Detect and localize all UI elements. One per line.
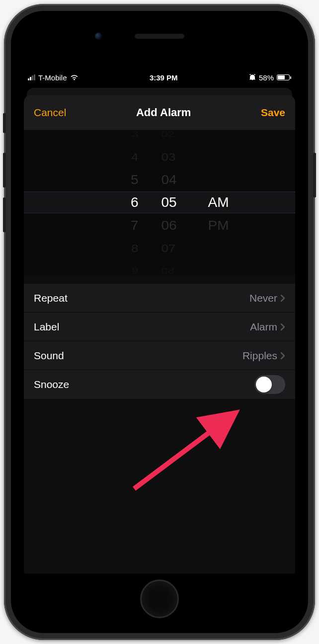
col-min-option[interactable]: 03 <box>159 147 193 166</box>
sound-value: Ripples <box>242 350 277 362</box>
phone-bezel: T-Mobile 3:39 PM 58% <box>11 11 308 633</box>
sheet-header: Cancel Add Alarm Save <box>24 95 295 130</box>
col-hour-option[interactable]: 9 <box>109 263 144 279</box>
add-alarm-sheet: Cancel Add Alarm Save 3456789 0203040506… <box>24 95 295 574</box>
chevron-right-icon <box>280 352 285 360</box>
ampm-picker-column[interactable]: AMPM <box>208 130 243 275</box>
cellular-signal-icon <box>28 74 35 80</box>
earpiece-speaker <box>135 34 184 39</box>
repeat-value: Never <box>249 292 277 304</box>
front-camera <box>95 33 102 40</box>
snooze-label: Snooze <box>34 379 69 390</box>
status-time: 3:39 PM <box>150 73 178 82</box>
sound-row[interactable]: Sound Ripples <box>24 341 295 370</box>
carrier-label: T-Mobile <box>38 73 67 82</box>
col-hour-option[interactable]: 3 <box>109 126 144 142</box>
col-min-option[interactable]: 06 <box>159 214 193 236</box>
power-button <box>313 153 316 197</box>
top-hardware <box>135 34 184 39</box>
hour-picker-column[interactable]: 3456789 <box>109 130 144 275</box>
col-min-option[interactable]: 08 <box>159 263 193 279</box>
time-picker[interactable]: 3456789 02030405060708 AMPM <box>24 130 295 275</box>
cancel-button[interactable]: Cancel <box>34 107 66 119</box>
battery-icon <box>277 74 291 80</box>
volume-up-button <box>3 153 6 188</box>
chevron-right-icon <box>280 323 285 331</box>
minute-picker-column[interactable]: 02030405060708 <box>159 130 193 275</box>
volume-down-button <box>3 197 6 232</box>
status-bar: T-Mobile 3:39 PM 58% <box>24 70 295 84</box>
sheet-title: Add Alarm <box>136 106 191 119</box>
label-label: Label <box>34 321 59 333</box>
battery-percent: 58% <box>259 73 274 82</box>
col-hour-option[interactable]: 5 <box>109 169 144 191</box>
label-value: Alarm <box>250 321 277 333</box>
repeat-row[interactable]: Repeat Never <box>24 284 295 313</box>
chevron-right-icon <box>280 294 285 302</box>
col-ampm-option[interactable]: AM <box>208 191 243 214</box>
sound-label: Sound <box>34 350 64 362</box>
snooze-row: Snooze <box>24 370 295 399</box>
screen: T-Mobile 3:39 PM 58% <box>24 70 295 574</box>
alarm-icon <box>249 74 256 81</box>
wifi-icon <box>70 74 79 81</box>
col-hour-option[interactable]: 6 <box>109 191 144 214</box>
col-min-option[interactable]: 05 <box>159 191 193 214</box>
col-hour-option[interactable]: 8 <box>109 238 144 258</box>
col-min-option[interactable]: 07 <box>159 238 193 258</box>
mute-switch <box>3 113 6 133</box>
snooze-toggle[interactable] <box>254 375 285 394</box>
home-button[interactable] <box>140 580 179 618</box>
col-hour-option[interactable]: 4 <box>109 147 144 166</box>
label-row[interactable]: Label Alarm <box>24 313 295 341</box>
col-min-option[interactable]: 02 <box>159 126 193 142</box>
col-ampm-option[interactable]: PM <box>208 214 243 236</box>
save-button[interactable]: Save <box>261 107 285 119</box>
col-hour-option[interactable]: 7 <box>109 214 144 236</box>
phone-frame: T-Mobile 3:39 PM 58% <box>4 4 315 640</box>
alarm-settings-list: Repeat Never Label Alarm <box>24 284 295 399</box>
col-min-option[interactable]: 04 <box>159 169 193 191</box>
repeat-label: Repeat <box>34 292 68 304</box>
